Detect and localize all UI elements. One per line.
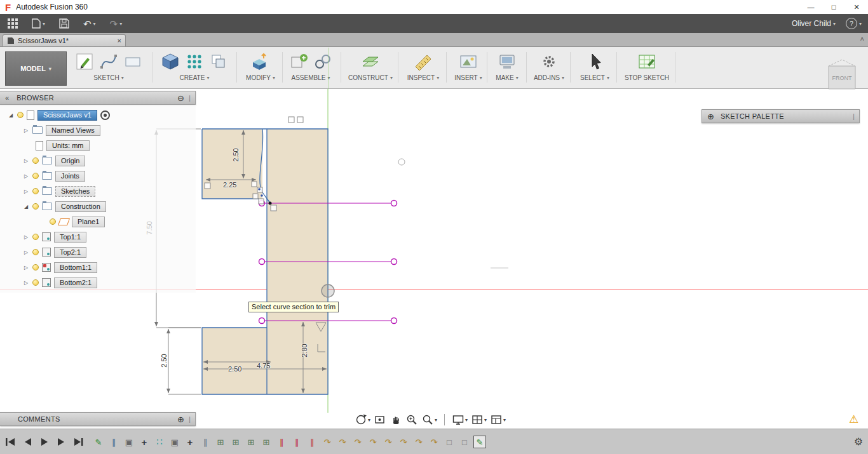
box-icon[interactable] xyxy=(161,52,180,71)
layout-grid-button[interactable]: ▾ xyxy=(471,413,487,426)
addins-gear-icon[interactable] xyxy=(539,52,559,71)
new-component-icon[interactable] xyxy=(289,52,308,71)
measure-icon[interactable] xyxy=(414,52,433,71)
sketch-palette-header[interactable]: ⊕ SKETCH PALETTE ∣ xyxy=(702,109,860,123)
pan-button[interactable] xyxy=(390,413,402,426)
zoom-button[interactable] xyxy=(405,413,418,426)
timeline-gear-icon[interactable]: ⚙ xyxy=(854,436,863,448)
close-button[interactable]: × xyxy=(845,0,868,14)
make-icon[interactable] xyxy=(498,52,517,71)
browser-item-bottom1[interactable]: ▷ Bottom1:1 xyxy=(0,260,196,275)
panel-grip[interactable]: ∣ xyxy=(188,95,191,102)
dimension-label[interactable]: 4.75 xyxy=(257,362,270,370)
browser-item-label[interactable]: Top1:1 xyxy=(54,232,86,243)
timeline-feature-asbuilt[interactable]: ↷ xyxy=(367,436,379,448)
viewcube-face-label[interactable]: FRONT xyxy=(832,75,852,81)
browser-item-label[interactable]: ScissorJaws v1 xyxy=(37,110,97,121)
inspect-menu-button[interactable]: INSPECT▾ xyxy=(407,74,439,81)
help-button[interactable]: ? xyxy=(846,18,857,29)
browser-item-label[interactable]: Named Views xyxy=(46,125,100,136)
timeline-feature-newcomp[interactable]: ⊞ xyxy=(245,436,257,448)
insert-menu-button[interactable]: INSERT▾ xyxy=(454,74,482,81)
stop-sketch-icon[interactable] xyxy=(637,52,656,71)
dimension-label[interactable]: 2.50 xyxy=(160,354,168,367)
expander-icon[interactable]: ◢ xyxy=(23,204,29,210)
browser-item-label[interactable]: Construction xyxy=(55,201,106,212)
browser-item-label[interactable]: Origin xyxy=(55,156,85,166)
workspace-selector[interactable]: MODEL ▾ xyxy=(5,51,67,86)
browser-header[interactable]: « BROWSER ⊖ ∣ xyxy=(0,91,196,105)
timeline-feature-asbuilt[interactable]: ↷ xyxy=(397,436,410,448)
lightbulb-icon[interactable] xyxy=(32,279,39,286)
timeline-feature-component[interactable]: ▣ xyxy=(168,436,181,448)
eye-icon[interactable] xyxy=(100,110,110,120)
timeline-play-button[interactable] xyxy=(39,437,50,446)
lightbulb-icon[interactable] xyxy=(32,264,39,270)
lightbulb-icon[interactable] xyxy=(50,218,56,225)
warning-icon[interactable]: ⚠ xyxy=(849,413,858,426)
zoom-window-button[interactable]: ▾ xyxy=(421,413,437,426)
expander-icon[interactable]: ▷ xyxy=(23,173,29,179)
rectangle-tool-icon[interactable] xyxy=(123,52,142,71)
timeline-go-start-button[interactable] xyxy=(5,437,17,446)
timeline-feature-sketch[interactable]: ✎ xyxy=(92,436,105,448)
timeline-feature-box[interactable]: □ xyxy=(458,436,471,448)
file-menu-button[interactable]: ▾ xyxy=(32,18,45,29)
timeline-feature-newcomp[interactable]: ⊞ xyxy=(229,436,242,448)
look-at-button[interactable] xyxy=(374,413,386,426)
timeline-feature-joint[interactable]: ∥ xyxy=(107,436,120,448)
lightbulb-icon[interactable] xyxy=(32,173,39,179)
select-menu-button[interactable]: SELECT▾ xyxy=(580,74,609,81)
timeline-feature-asbuilt[interactable]: ↷ xyxy=(428,436,440,448)
minimize-panel-icon[interactable]: ⊖ xyxy=(177,93,184,103)
joint-icon[interactable] xyxy=(313,52,332,71)
expander-icon[interactable]: ▷ xyxy=(23,250,29,255)
browser-item-label[interactable]: Bottom2:1 xyxy=(54,277,97,288)
browser-item-label[interactable]: Sketches xyxy=(55,186,95,197)
browser-item-top2[interactable]: ▷ Top2:1 xyxy=(0,244,196,260)
browser-item-label[interactable]: Plane1 xyxy=(72,217,105,227)
expander-icon[interactable]: ▷ xyxy=(23,189,29,194)
viewcube[interactable]: FRONT xyxy=(822,56,862,100)
browser-item-label[interactable]: Top2:1 xyxy=(54,247,86,258)
timeline-feature-asbuilt[interactable]: ↷ xyxy=(351,436,364,448)
spline-icon[interactable] xyxy=(99,52,118,71)
expander-icon[interactable]: ▷ xyxy=(23,234,29,240)
select-cursor-icon[interactable] xyxy=(585,52,604,71)
browser-item-sketches[interactable]: ▷ Sketches xyxy=(0,184,196,199)
browser-item-label[interactable]: Joints xyxy=(55,171,85,182)
timeline-feature-newcomp[interactable]: ⊞ xyxy=(214,436,227,448)
timeline-go-end-button[interactable] xyxy=(72,437,84,446)
display-settings-button[interactable]: ▾ xyxy=(452,413,468,426)
expander-icon[interactable]: ▷ xyxy=(23,280,29,286)
press-pull-icon[interactable] xyxy=(251,52,270,71)
undo-button[interactable]: ↶ ▾ xyxy=(83,19,96,29)
copy-icon[interactable] xyxy=(209,52,228,71)
tab-close-icon[interactable]: × xyxy=(118,37,121,44)
sketch-menu-button[interactable]: SKETCH▾ xyxy=(93,74,124,81)
browser-item-bottom2[interactable]: ▷ Bottom2:1 xyxy=(0,275,196,290)
browser-item-units[interactable]: Units: mm xyxy=(0,138,196,153)
lightbulb-icon[interactable] xyxy=(17,112,24,118)
comments-header[interactable]: COMMENTS ⊕ ∣ xyxy=(0,412,196,426)
dimension-label[interactable]: 2.80 xyxy=(301,344,308,357)
timeline-feature-asbuilt[interactable]: ↷ xyxy=(336,436,349,448)
save-button[interactable] xyxy=(59,18,69,29)
timeline-feature-asbuilt[interactable]: ↷ xyxy=(382,436,395,448)
lightbulb-icon[interactable] xyxy=(32,234,39,240)
browser-item-top1[interactable]: ▷ Top1:1 xyxy=(0,229,196,244)
create-sketch-icon[interactable] xyxy=(75,52,94,71)
expander-icon[interactable]: ▷ xyxy=(23,265,29,270)
create-menu-button[interactable]: CREATE▾ xyxy=(180,74,210,81)
construction-plane-icon[interactable] xyxy=(361,52,380,71)
lightbulb-icon[interactable] xyxy=(32,188,39,194)
expander-icon[interactable]: ◢ xyxy=(8,112,14,118)
user-menu[interactable]: Oliver Child ▾ xyxy=(792,19,836,28)
lightbulb-icon[interactable] xyxy=(32,157,39,164)
timeline-feature-newcomp[interactable]: ⊞ xyxy=(260,436,273,448)
timeline-step-back-button[interactable] xyxy=(23,437,33,446)
lightbulb-icon[interactable] xyxy=(32,203,39,210)
viewports-button[interactable]: ▾ xyxy=(490,413,506,426)
expander-icon[interactable]: ▷ xyxy=(23,158,29,164)
document-tab[interactable]: ScissorJaws v1* × xyxy=(3,34,126,46)
